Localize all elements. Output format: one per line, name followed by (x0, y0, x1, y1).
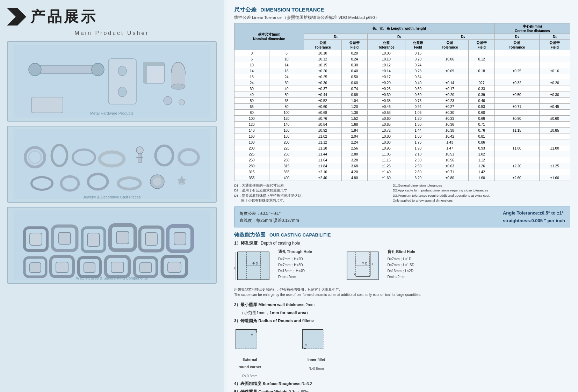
scope-note-en: The scope can be enlarge by the use of p… (234, 292, 570, 297)
svg-text:Φ D: Φ D (252, 262, 258, 265)
svg-text:Watch Cases & Square Ring Comp: Watch Cases & Square Ring Components (76, 276, 148, 280)
th-field3: 公差带Field (469, 40, 494, 50)
svg-rect-88 (236, 329, 257, 349)
table-row: 3040±0.370.74±0.250.50±0.170.33 (234, 86, 570, 92)
casting-title: 铸造能力范围 (234, 232, 266, 238)
left-panel: 产品展示 Main Product Usher (0, 0, 224, 392)
angle-cn-line2: 直线度：每25mm 误差0.127mm (239, 217, 299, 224)
table-row: 1418±0.200.40±0.140.28±0.090.18±0.25±0.1… (234, 68, 570, 74)
svg-text:Jewelry & Decorative Cast Piec: Jewelry & Decorative Cast Pieces (83, 195, 141, 199)
svg-point-14 (164, 96, 172, 105)
table-row: 5065±0.521.04±0.380.76±0.230.46 (234, 98, 570, 104)
tolerance-table: 基本尺寸(mm)Nominal dimension 长、宽、高 Length, … (234, 23, 570, 181)
brand-arrow-icon (7, 8, 26, 26)
corner-diagrams: R Externalround corner R≥0.3mm R Inner f… (234, 328, 570, 380)
th-d1: D₁ (304, 34, 368, 40)
svg-point-6 (118, 66, 127, 76)
th-ctol: 公差Tolerance (494, 40, 539, 50)
svg-rect-42 (59, 232, 71, 244)
table-row: 610±0.120.24±0.100.20±0.060.12 (234, 56, 570, 62)
th-cd1: D₁ (494, 34, 539, 40)
th-tol1: 公差Tolerance (304, 40, 341, 50)
through-hole-block: Φ D H 通孔 Through Hole D≤7mm；H≤2D D>7mm；H… (234, 248, 312, 284)
table-row: 160180±1.022.04±0.801.60±0.420.81 (234, 133, 570, 139)
product-image-top: Metal Hardware Products (7, 41, 217, 122)
svg-rect-46 (116, 231, 129, 244)
hardware-illustration: Metal Hardware Products (14, 45, 210, 118)
table-row: 100120±0.761.52±0.601.20±0.330.66±0.90±0… (234, 116, 570, 122)
product-image-bot: Watch Cases & Square Ring Components (7, 207, 217, 284)
svg-rect-48 (145, 233, 157, 245)
brand-header: 产品展示 (7, 7, 217, 27)
svg-marker-0 (7, 8, 26, 26)
inner-fillet-label: Inner fillet (308, 356, 325, 363)
svg-rect-16 (31, 97, 63, 113)
angle-en-line1: Angle Tolerance:±0.5° to ±1° (503, 209, 565, 217)
svg-rect-40 (30, 233, 42, 245)
external-corner-block: R Externalround corner R≥0.3mm (234, 328, 266, 380)
footnotes-right: D1:General dimension tolerances D2:Appli… (393, 183, 570, 203)
blind-hole-svg: R Φ D L (344, 248, 382, 283)
table-row: 315355±2.104.20±1.402.60±0.711.42 (234, 169, 570, 175)
scope-note: 用陶瓷型芯可铸出更深的孔，但会额外增费用，只适宜于大批量生产。 The scop… (234, 287, 570, 297)
dimension-title-en: DIMENSION TOLERANCE (260, 7, 324, 13)
table-row: 6580±0.601.20±0.460.92±0.270.53±0.71±0.4… (234, 104, 570, 110)
external-corner-spec: R≥0.3mm (242, 373, 257, 380)
th-field2: 公差带Field (405, 40, 431, 50)
angle-box: 角度公差：±0.5°～±1° 直线度：每25mm 误差0.127mm Angle… (234, 206, 570, 227)
table-row: 2430±0.300.60±0.200.40±0.14027±0.32±0.20 (234, 80, 570, 86)
dimension-subtitle: 线性公差 Linear Tolerance （参照德国熔模铸造公差标准 VDG … (234, 15, 570, 20)
blind-hole-block: R Φ D L 盲孔 Blind Hole D≤7mm；L≤1D D≤7mm；L… (344, 248, 415, 284)
table-row: 200225±1.282.56±0.951.90±.470.93±1.80±1.… (234, 145, 570, 151)
svg-text:Φ D: Φ D (362, 262, 368, 265)
table-row: 120140±0.841.68±0.651.30±0.360.71 (234, 122, 570, 128)
table-row: 1824±0.250.50±0.170.34 (234, 74, 570, 80)
scope-note-cn: 用陶瓷型芯可铸出更深的孔，但会额外增费用，只适宜于大批量生产。 (234, 287, 570, 292)
angle-cn-line1: 角度公差：±0.5°～±1° (239, 210, 299, 217)
watchcase-illustration: Watch Cases & Square Ring Components (14, 210, 210, 280)
brand-title: 产品展示 (30, 7, 97, 27)
th-cfield: 公差带Field (539, 40, 570, 50)
svg-text:R: R (305, 343, 307, 347)
jewelry-illustration: Jewelry & Decorative Cast Pieces (14, 129, 210, 199)
svg-rect-58 (111, 262, 124, 273)
svg-rect-5 (108, 59, 136, 104)
svg-point-13 (171, 84, 185, 89)
svg-rect-54 (56, 262, 68, 273)
table-row: 1014±0.150.30±0.120.24 (234, 62, 570, 68)
svg-text:R: R (354, 273, 356, 276)
inner-fillet-spec: R≥0.5mm (309, 365, 324, 372)
table-row: 180200±1.122.24±0.881.76±.430.86 (234, 139, 570, 145)
svg-text:R: R (251, 333, 253, 336)
casting-item1-title: 1）铸孔深度 Depth of casting hole (234, 240, 570, 246)
table-row: 355400±2.404.80±1.603.20±0.801.60±2.60±1… (234, 175, 570, 181)
th-tol3: 公差Tolerance (431, 40, 468, 50)
table-row: 225250±1.442.88±1.052.10±0.511.02 (234, 151, 570, 157)
th-centre: 中心距(mm)Centre line distances (494, 23, 570, 34)
external-corner-label: Externalround corner (238, 356, 261, 371)
svg-rect-52 (30, 263, 41, 273)
inner-fillet-svg: R (301, 328, 332, 354)
casting-title-en: OUR CASTING CAPABILITIE (269, 232, 331, 238)
svg-point-7 (118, 87, 127, 97)
hole-diagrams: Φ D H 通孔 Through Hole D≤7mm；H≤2D D>7mm；H… (234, 248, 570, 284)
svg-rect-60 (140, 263, 152, 273)
svg-rect-2 (35, 66, 98, 73)
svg-point-34 (153, 177, 161, 186)
table-row: 06±0.100.20±0.080.16 (234, 50, 570, 56)
th-lwh: 长、宽、高 Length, width, height (304, 23, 494, 34)
brand-subtitle: Main Product Usher (7, 30, 217, 36)
capability-list: 2）最小壁厚 Minimum wall thickness:2mm （小范围1m… (234, 301, 570, 392)
svg-point-3 (29, 63, 41, 76)
svg-text:H: H (234, 267, 236, 270)
through-hole-svg: Φ D H (234, 248, 273, 283)
th-d3: D₃ (431, 34, 494, 40)
footnotes-left: D1：为通常使用的一般尺寸公差 D2：适用于有公差要求的重要尺寸 D3：需要采取… (234, 183, 382, 203)
svg-rect-25 (138, 154, 142, 162)
blind-hole-label: 盲孔 Blind Hole (388, 248, 415, 255)
footnotes: D1：为通常使用的一般尺寸公差 D2：适用于有公差要求的重要尺寸 D3：需要采取… (234, 183, 570, 203)
svg-rect-56 (84, 263, 95, 273)
dimension-title: 尺寸公差 (234, 7, 257, 13)
th-tol2: 公差Tolerance (368, 40, 405, 50)
th-cd2: D₂ (539, 34, 570, 40)
